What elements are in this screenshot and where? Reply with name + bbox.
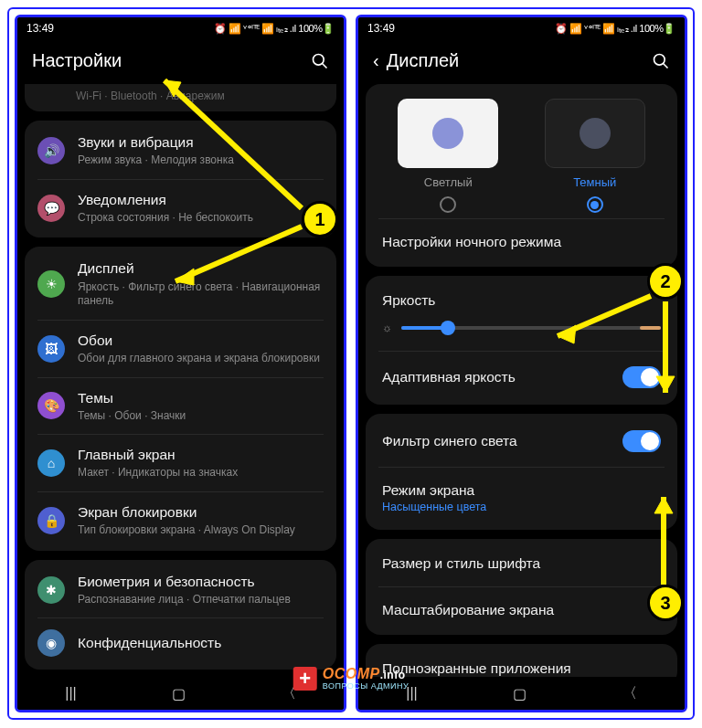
shield-icon: ✱ [37, 576, 65, 604]
settings-header: Настройки [17, 39, 344, 84]
notification-icon: 💬 [37, 195, 65, 222]
status-bar: 13:49 ⏰ 📶 ᵛᵒᴵᵀᴱ 📶 ₗₜₑ₂ .ıl 100%🔋 [17, 17, 344, 39]
row-title: Биометрия и безопасность [78, 573, 324, 591]
wallpaper-icon: 🖼 [37, 335, 65, 363]
status-icons: ⏰ 📶 ᵛᵒᴵᵀᴱ 📶 ₗₜₑ₂ .ıl 100%🔋 [214, 23, 335, 35]
home-icon: ⌂ [37, 449, 65, 477]
row-title: Фильтр синего света [382, 433, 517, 449]
row-title: Дисплей [78, 259, 324, 278]
row-sub: Темы · Обои · Значки [78, 409, 324, 424]
svg-point-0 [314, 54, 324, 65]
list-item-sounds[interactable]: 🔊 Звуки и вибрация Режим звука · Мелодия… [25, 122, 336, 179]
section-display-group: ☀ Дисплей Яркость · Фильтр синего света … [25, 247, 336, 550]
phone-right-display: 13:49 ⏰ 📶 ᵛᵒᴵᵀᴱ 📶 ₗₜₑ₂ .ıl 100%🔋 ‹ Диспл… [356, 15, 687, 712]
list-item-homescreen[interactable]: ⌂ Главный экран Макет · Индикаторы на зн… [37, 434, 324, 491]
page-title: Настройки [32, 50, 122, 71]
section-sound-notif: 🔊 Звуки и вибрация Режим звука · Мелодия… [25, 121, 336, 237]
search-icon[interactable] [652, 52, 670, 70]
themes-icon: 🎨 [37, 392, 65, 419]
display-header: ‹ Дисплей [358, 39, 685, 84]
row-sub: Обои для главного экрана и экрана блокир… [78, 352, 324, 366]
status-bar: 13:49 ⏰ 📶 ᵛᵒᴵᵀᴱ 📶 ₗₜₑ₂ .ıl 100%🔋 [358, 17, 685, 39]
section-theme: Светлый Темный Настройки ночного режима [366, 84, 677, 267]
nav-recents-icon[interactable]: ||| [65, 685, 76, 702]
nav-home-icon[interactable]: ▢ [172, 685, 186, 702]
watermark-main: OCOMP.info [323, 667, 410, 681]
row-title: Адаптивная яркость [382, 369, 516, 385]
list-item-biometrics[interactable]: ✱ Биометрия и безопасность Распознавание… [25, 562, 336, 618]
brightness-slider[interactable] [401, 326, 661, 330]
row-sub: Насыщенные цвета [382, 501, 661, 513]
row-title: Уведомления [78, 191, 324, 209]
privacy-icon: ◉ [37, 629, 65, 657]
dark-preview-icon [545, 99, 645, 168]
watermark-sub: ВОПРОСЫ АДМИНУ [323, 682, 410, 691]
row-title: Звуки и вибрация [78, 133, 324, 152]
display-settings-list[interactable]: Светлый Темный Настройки ночного режима … [358, 84, 685, 677]
row-title: Конфиденциальность [78, 634, 324, 652]
section-font: Размер и стиль шрифта Масштабирование эк… [366, 539, 677, 635]
row-title: Главный экран [78, 446, 324, 464]
list-item-zoom[interactable]: Масштабирование экрана [378, 586, 665, 633]
nav-back-icon[interactable]: 〈 [622, 684, 637, 703]
radio-dark[interactable] [587, 196, 603, 213]
page-title: Дисплей [387, 50, 460, 71]
row-sub: Тип блокировки экрана · Always On Displa… [78, 523, 324, 538]
search-icon[interactable] [311, 52, 329, 70]
list-item-privacy[interactable]: ◉ Конфиденциальность [37, 617, 324, 668]
radio-light[interactable] [440, 196, 456, 213]
light-preview-icon [398, 99, 498, 168]
theme-option-dark[interactable]: Темный [545, 99, 645, 213]
row-title: Обои [78, 332, 324, 350]
display-icon: ☀ [37, 270, 65, 298]
status-time: 13:49 [27, 22, 54, 35]
section-security: ✱ Биометрия и безопасность Распознавание… [25, 560, 336, 670]
svg-point-2 [654, 54, 665, 65]
lock-icon: 🔒 [37, 507, 65, 534]
row-sub: Яркость · Фильтр синего света · Навигаци… [78, 280, 324, 309]
brightness-label: Яркость [366, 278, 677, 312]
phone-left-settings: 13:49 ⏰ 📶 ᵛᵒᴵᵀᴱ 📶 ₗₜₑ₂ .ıl 100%🔋 Настрой… [15, 15, 346, 712]
section-color: Фильтр синего света Режим экрана Насыщен… [366, 414, 677, 530]
speaker-icon: 🔊 [37, 137, 65, 164]
settings-list[interactable]: Wi-Fi · Bluetooth · Авиарежим 🔊 Звуки и … [17, 84, 344, 677]
row-title: Экран блокировки [78, 503, 324, 522]
theme-option-light[interactable]: Светлый [398, 99, 498, 213]
row-sub: Режим звука · Мелодия звонка [78, 153, 324, 168]
section-brightness: Яркость ☼ Адаптивная яркость [366, 276, 677, 405]
svg-line-3 [664, 63, 668, 68]
list-item-font[interactable]: Размер и стиль шрифта [366, 541, 677, 586]
plus-icon: + [293, 667, 317, 691]
list-item-wallpaper[interactable]: 🖼 Обои Обои для главного экрана и экрана… [37, 320, 324, 377]
list-item-adaptive-brightness[interactable]: Адаптивная яркость [378, 351, 665, 403]
list-item-display[interactable]: ☀ Дисплей Яркость · Фильтр синего света … [25, 248, 336, 319]
toggle-blue-filter[interactable] [622, 430, 661, 452]
row-title: Режим экрана [382, 482, 661, 499]
back-icon[interactable]: ‹ [373, 50, 379, 71]
list-item-connections-cut[interactable]: Wi-Fi · Bluetooth · Авиарежим [25, 84, 336, 111]
list-item-themes[interactable]: 🎨 Темы Темы · Обои · Значки [37, 377, 324, 435]
list-item-fullscreen-apps[interactable]: Полноэкранные приложения [366, 646, 677, 677]
theme-label: Темный [545, 175, 645, 189]
watermark: + OCOMP.info ВОПРОСЫ АДМИНУ [293, 667, 410, 691]
brightness-slider-row: ☼ [366, 312, 677, 351]
row-sub: Распознавание лица · Отпечатки пальцев [78, 593, 324, 607]
list-item-notifications[interactable]: 💬 Уведомления Строка состояния · Не бесп… [37, 179, 324, 237]
row-sub: Строка состояния · Не беспокоить [78, 211, 324, 226]
list-item-blue-filter[interactable]: Фильтр синего света [366, 416, 677, 467]
status-icons: ⏰ 📶 ᵛᵒᴵᵀᴱ 📶 ₗₜₑ₂ .ıl 100%🔋 [555, 23, 675, 35]
status-time: 13:49 [367, 22, 395, 35]
list-item-lockscreen[interactable]: 🔒 Экран блокировки Тип блокировки экрана… [37, 491, 324, 549]
toggle-adaptive[interactable] [622, 366, 661, 388]
section-fullscreen: Полноэкранные приложения [366, 644, 677, 677]
row-title: Темы [78, 389, 324, 407]
composite-frame: 13:49 ⏰ 📶 ᵛᵒᴵᵀᴱ 📶 ₗₜₑ₂ .ıl 100%🔋 Настрой… [7, 7, 695, 720]
svg-line-1 [323, 63, 327, 68]
list-item-screen-mode[interactable]: Режим экрана Насыщенные цвета [378, 467, 665, 528]
list-item-night-mode[interactable]: Настройки ночного режима [378, 218, 665, 265]
nav-home-icon[interactable]: ▢ [513, 685, 526, 702]
theme-label: Светлый [398, 175, 498, 189]
row-sub: Макет · Индикаторы на значках [78, 466, 324, 480]
sun-icon: ☼ [382, 322, 392, 334]
